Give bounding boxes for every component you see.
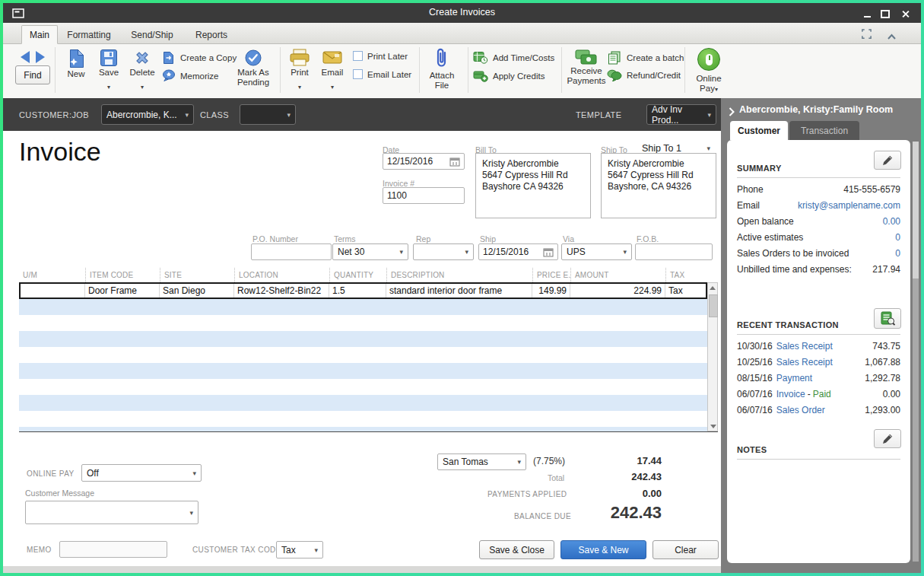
item-table-scrollbar[interactable] — [707, 282, 718, 431]
panel-tab-customer[interactable]: Customer — [730, 121, 788, 140]
balance-due-label: BALANCE DUE — [514, 512, 571, 520]
cell-amount[interactable]: 224.99 — [570, 284, 665, 298]
empty-row[interactable] — [19, 331, 707, 347]
rep-dropdown[interactable] — [413, 243, 474, 260]
template-dropdown[interactable]: Adv Inv Prod... — [646, 104, 716, 125]
ship-date-field[interactable]: 12/15/2016 — [478, 243, 558, 260]
cell-item-code[interactable]: Door Frame — [85, 284, 160, 298]
add-time-costs-button[interactable]: Add Time/Costs — [473, 51, 554, 64]
via-dropdown[interactable]: UPS — [561, 243, 632, 260]
print-later-checkbox[interactable]: Print Later — [353, 51, 408, 61]
date-field[interactable]: 12/15/2016 — [383, 153, 465, 170]
save-floppy-icon — [100, 49, 118, 67]
item-row-selected[interactable]: Door Frame San Diego Row12-Shelf2-Bin22 … — [19, 282, 707, 299]
recent-transactions-report-button[interactable] — [874, 308, 901, 329]
cell-tax[interactable]: Tax — [665, 284, 706, 298]
maximize-button[interactable] — [878, 8, 892, 20]
customer-message-dropdown[interactable] — [25, 501, 198, 524]
open-balance-link[interactable]: 0.00 — [883, 216, 900, 227]
transaction-link[interactable]: Payment — [776, 373, 812, 383]
tab-main[interactable]: Main — [21, 25, 58, 44]
bill-to-box[interactable]: Kristy Abercrombie 5647 Cypress Hill Rd … — [475, 153, 591, 218]
panel-scrollbar[interactable] — [913, 142, 919, 562]
cell-location[interactable]: Row12-Shelf2-Bin22 — [234, 284, 329, 298]
delete-button[interactable]: Delete — [125, 49, 159, 92]
find-forward-arrow-icon[interactable] — [36, 51, 45, 63]
memorize-button[interactable]: Memorize — [162, 69, 218, 82]
apply-credits-button[interactable]: Apply Credits — [473, 69, 545, 82]
new-button[interactable]: New — [59, 49, 93, 79]
cell-quantity[interactable]: 1.5 — [329, 284, 386, 298]
payments-applied-label: PAYMENTS APPLIED — [487, 490, 567, 498]
save-button[interactable]: Save — [94, 49, 124, 92]
print-dropdown-caret-icon[interactable] — [298, 78, 301, 92]
create-batch-button[interactable]: Create a batch — [607, 51, 684, 65]
refund-credit-button[interactable]: Refund/Credit — [607, 69, 681, 81]
find-button[interactable]: Find — [15, 65, 50, 84]
scroll-up-arrow-icon[interactable] — [710, 286, 716, 290]
calendar-icon[interactable] — [449, 157, 460, 167]
empty-row[interactable] — [19, 379, 707, 395]
empty-row[interactable] — [19, 347, 707, 363]
expand-ribbon-icon[interactable] — [861, 28, 872, 43]
memo-label: MEMO — [27, 546, 52, 554]
invoice-number-field[interactable] — [383, 187, 465, 204]
tab-formatting[interactable]: Formatting — [64, 25, 114, 44]
online-pay-button[interactable]: Online Pay — [691, 48, 727, 94]
edit-summary-button[interactable] — [874, 151, 901, 170]
cell-site[interactable]: San Diego — [160, 284, 234, 298]
panel-tab-transaction[interactable]: Transaction — [789, 121, 859, 140]
sales-orders-link[interactable]: 0 — [895, 248, 900, 259]
transaction-link[interactable]: Sales Receipt — [776, 357, 833, 368]
print-button[interactable]: Print — [283, 49, 316, 92]
transaction-link[interactable]: Invoice — [776, 389, 805, 399]
collapse-panel-chevron-icon[interactable] — [729, 106, 735, 119]
email-button[interactable]: Email — [317, 51, 348, 92]
panel-scrollbar-thumb[interactable] — [913, 142, 919, 278]
col-tax: TAX — [665, 268, 707, 282]
edit-notes-button[interactable] — [874, 429, 901, 448]
ship-calendar-icon[interactable] — [543, 247, 554, 257]
empty-row[interactable] — [19, 395, 707, 411]
delete-dropdown-caret-icon[interactable] — [141, 78, 144, 92]
active-estimates-link[interactable]: 0 — [895, 232, 900, 243]
tab-send-ship[interactable]: Send/Ship — [129, 25, 176, 44]
customer-job-dropdown[interactable]: Abercrombie, K... — [101, 104, 194, 125]
save-new-button[interactable]: Save & New — [560, 540, 646, 559]
memo-field[interactable] — [59, 541, 167, 558]
tax-rate-dropdown[interactable]: San Tomas — [437, 453, 526, 470]
email-link[interactable]: kristy@samplename.com — [798, 200, 900, 211]
empty-row[interactable] — [19, 315, 707, 331]
customer-tax-code-dropdown[interactable]: Tax — [276, 541, 323, 558]
terms-dropdown[interactable]: Net 30 — [332, 243, 408, 260]
scrollbar-thumb[interactable] — [709, 294, 718, 317]
empty-row[interactable] — [19, 363, 707, 379]
fob-field[interactable] — [635, 243, 713, 260]
save-dropdown-caret-icon[interactable] — [107, 78, 110, 92]
find-back-arrow-icon[interactable] — [21, 51, 30, 63]
email-later-checkbox[interactable]: Email Later — [353, 69, 411, 79]
empty-row[interactable] — [19, 299, 707, 315]
scroll-down-arrow-icon[interactable] — [710, 425, 716, 428]
ship-to-box[interactable]: Kristy Abercrombie 5647 Cypress Hill Rd … — [601, 153, 716, 218]
attach-file-button[interactable]: Attach File — [424, 47, 460, 91]
create-copy-button[interactable]: Create a Copy — [162, 51, 237, 65]
clear-button[interactable]: Clear — [653, 540, 719, 559]
cell-price[interactable]: 149.99 — [532, 284, 570, 298]
minimize-button[interactable] — [860, 8, 874, 20]
mark-as-pending-button[interactable]: Mark As Pending — [230, 49, 277, 88]
po-number-field[interactable] — [251, 243, 332, 260]
transaction-link[interactable]: Sales Receipt — [776, 341, 833, 352]
cell-description[interactable]: standard interior door frame — [386, 284, 532, 298]
save-close-button[interactable]: Save & Close — [479, 540, 554, 559]
tab-reports[interactable]: Reports — [192, 25, 231, 44]
cell-um[interactable] — [21, 284, 85, 298]
transaction-link[interactable]: Sales Order — [776, 405, 825, 415]
email-dropdown-caret-icon[interactable] — [331, 78, 334, 92]
receive-payments-button[interactable]: Receive Payments — [564, 49, 609, 86]
close-button[interactable] — [898, 8, 912, 20]
collapse-ribbon-chevron-icon[interactable] — [887, 30, 897, 43]
class-dropdown[interactable] — [240, 104, 296, 125]
empty-row[interactable] — [19, 411, 707, 427]
online-pay-dropdown[interactable]: Off — [81, 464, 202, 482]
